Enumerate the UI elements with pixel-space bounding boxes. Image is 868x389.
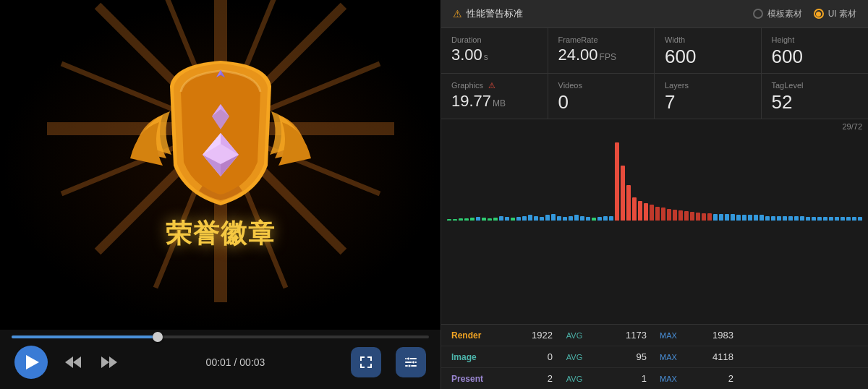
svg-rect-27 xyxy=(370,356,372,361)
perf-metric-present: Present xyxy=(451,374,509,384)
warning-text: 性能警告标准 xyxy=(467,7,523,20)
stat-duration: Duration 3.00s xyxy=(441,28,548,73)
perf-value-image: 0 xyxy=(509,351,553,362)
settings-button[interactable] xyxy=(396,347,426,377)
perf-metric-render: Render xyxy=(451,330,509,341)
stat-value-layers: 7 xyxy=(665,93,751,111)
perf-avg-value-image: 95 xyxy=(596,351,647,362)
stat-value-graphics: 19.77MB xyxy=(451,93,537,109)
stat-layers: Layers 7 xyxy=(655,74,762,119)
stat-value-duration: 3.00s xyxy=(451,47,537,63)
perf-max-value-image: 4118 xyxy=(690,351,733,362)
stat-height: Height 600 xyxy=(762,28,869,73)
stat-value-taglevel: 52 xyxy=(772,93,859,111)
panel-header: ⚠ 性能警告标准 模板素材 UI 素材 xyxy=(441,0,868,28)
radio-group: 模板素材 UI 素材 xyxy=(753,8,856,20)
perf-value-present: 2 xyxy=(509,373,553,384)
stat-videos: Videos 0 xyxy=(548,74,655,119)
stat-label-width: Width xyxy=(665,35,751,44)
time-display: 00:01 / 00:03 xyxy=(135,356,336,368)
perf-avg-label-render: AVG xyxy=(553,331,596,340)
svg-rect-29 xyxy=(360,364,362,368)
badge-title: 荣誉徽章 xyxy=(166,216,276,252)
chart-area: 29/72 xyxy=(441,119,868,324)
stat-label-videos: Videos xyxy=(558,81,644,90)
svg-point-38 xyxy=(408,364,411,367)
stat-value-videos: 0 xyxy=(558,93,644,111)
perf-max-label-image: MAX xyxy=(647,353,690,362)
stat-width: Width 600 xyxy=(655,28,762,73)
settings-icon xyxy=(404,355,418,369)
chart-counter: 29/72 xyxy=(447,122,862,131)
ui-label: UI 素材 xyxy=(828,8,856,20)
video-controls: 00:01 / 00:03 xyxy=(0,338,441,389)
progress-area xyxy=(0,330,441,338)
svg-rect-31 xyxy=(370,364,372,368)
stat-label-layers: Layers xyxy=(665,81,751,90)
graphics-warning-icon: ⚠ xyxy=(488,81,495,90)
perf-avg-label-image: AVG xyxy=(553,353,596,362)
perf-value-render: 1922 xyxy=(509,330,553,341)
progress-fill xyxy=(12,335,158,338)
svg-point-37 xyxy=(412,361,415,364)
perf-max-value-render: 1983 xyxy=(690,330,733,341)
perf-avg-label-present: AVG xyxy=(553,375,596,383)
stat-value-width: 600 xyxy=(665,47,751,66)
stat-graphics: Graphics ⚠ 19.77MB xyxy=(441,74,548,119)
stat-taglevel: TagLevel 52 xyxy=(762,74,869,119)
stat-label-height: Height xyxy=(772,35,859,44)
rewind-button[interactable] xyxy=(62,354,84,371)
svg-marker-21 xyxy=(73,356,81,368)
forward-icon xyxy=(101,356,117,368)
badge-icon xyxy=(127,50,315,209)
perf-row-present: Present 2 AVG 1 MAX 2 xyxy=(441,368,868,389)
stats-grid-row2: Graphics ⚠ 19.77MB Videos 0 Layers 7 Tag… xyxy=(441,74,868,119)
radio-ui[interactable]: UI 素材 xyxy=(814,8,856,20)
time-total: 00:03 xyxy=(239,356,265,368)
stat-label-graphics: Graphics ⚠ xyxy=(451,81,537,90)
progress-thumb xyxy=(153,332,163,342)
radio-dot-ui xyxy=(816,12,821,17)
radio-circle-ui xyxy=(814,9,824,19)
stat-value-height: 600 xyxy=(772,47,859,66)
radio-circle-template xyxy=(753,9,763,19)
perf-max-label-present: MAX xyxy=(647,375,690,383)
stats-grid-row1: Duration 3.00s FrameRate 24.00FPS Width … xyxy=(441,28,868,74)
progress-track[interactable] xyxy=(12,335,429,338)
perf-max-label-render: MAX xyxy=(647,331,690,340)
perf-row-image: Image 0 AVG 95 MAX 4118 xyxy=(441,346,868,368)
play-button[interactable] xyxy=(14,346,48,379)
perf-metric-image: Image xyxy=(451,352,509,362)
stat-framerate: FrameRate 24.00FPS xyxy=(548,28,655,73)
forward-button[interactable] xyxy=(98,354,120,371)
video-content: 荣誉徽章 xyxy=(0,0,441,330)
perf-avg-value-render: 1173 xyxy=(596,330,647,341)
stat-label-duration: Duration xyxy=(451,35,537,44)
perf-row-render: Render 1922 AVG 1173 MAX 1983 xyxy=(441,325,868,346)
warning-icon: ⚠ xyxy=(453,8,462,20)
rewind-icon xyxy=(65,356,81,368)
svg-marker-23 xyxy=(109,356,117,368)
radio-template[interactable]: 模板素材 xyxy=(753,8,802,20)
video-panel: 荣誉徽章 00:01 xyxy=(0,0,441,389)
warning-label: ⚠ 性能警告标准 xyxy=(453,7,523,20)
svg-marker-20 xyxy=(65,356,73,368)
svg-rect-25 xyxy=(360,356,362,361)
svg-point-36 xyxy=(407,357,410,360)
time-current: 00:01 xyxy=(206,356,231,368)
perf-table: Render 1922 AVG 1173 MAX 1983 Image 0 AV… xyxy=(441,324,868,389)
svg-marker-19 xyxy=(26,355,39,369)
stat-value-framerate: 24.00FPS xyxy=(558,47,644,63)
chart-bars xyxy=(447,134,862,221)
play-icon xyxy=(26,355,39,369)
badge-container: 荣誉徽章 xyxy=(127,50,315,252)
fullscreen-icon xyxy=(359,355,373,369)
stat-label-framerate: FrameRate xyxy=(558,35,644,44)
svg-marker-22 xyxy=(101,356,109,368)
right-panel: ⚠ 性能警告标准 模板素材 UI 素材 Duration 3.00s Fra xyxy=(441,0,868,389)
template-label: 模板素材 xyxy=(767,8,802,20)
stat-label-taglevel: TagLevel xyxy=(772,81,859,90)
perf-max-value-present: 2 xyxy=(690,373,733,384)
perf-avg-value-present: 1 xyxy=(596,373,647,384)
fullscreen-button[interactable] xyxy=(351,347,381,377)
